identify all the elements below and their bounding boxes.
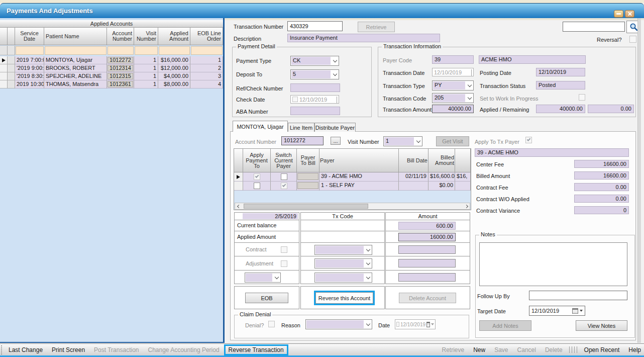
apply-to-tx-payer-checkbox[interactable] [525, 137, 532, 143]
close-button[interactable] [625, 10, 634, 18]
filter-applied-amount[interactable] [159, 46, 190, 55]
target-date-control[interactable]: 12/10/2019 [529, 306, 585, 316]
adjustment-amount-field[interactable] [398, 259, 456, 267]
reverse-this-account-button[interactable]: Reverse this Account [315, 292, 373, 304]
scroll-left-icon[interactable] [235, 203, 242, 209]
ref-check-number-field[interactable] [290, 83, 340, 92]
extra-amount-field[interactable] [398, 273, 456, 282]
filter-eob-line-order[interactable] [191, 46, 223, 55]
add-notes-button[interactable]: Add Notes [479, 320, 531, 331]
get-visit-button[interactable]: Get Visit [436, 136, 469, 146]
denial-checkbox[interactable] [268, 321, 275, 327]
description-field[interactable]: Insurance Payment [287, 34, 440, 42]
reversal-checkbox[interactable] [629, 36, 636, 43]
view-notes-button[interactable]: View Notes [576, 320, 627, 331]
extra-txcode-select[interactable] [314, 273, 372, 283]
transaction-status-field: Posted [536, 81, 585, 90]
table-row[interactable]: '2019 9:00:0 BROOKS, ROBERT 1012314 1 $1… [0, 64, 223, 72]
col-service-date: Service Date [15, 28, 44, 45]
contract-txcode-select[interactable] [314, 245, 372, 255]
denial-date-checkbox[interactable] [396, 322, 399, 327]
help-button[interactable]: Help [624, 345, 644, 354]
cell-patient: SPEJCHER, ADELINE [44, 72, 107, 80]
last-change-button[interactable]: Last Change [4, 345, 47, 354]
payer-code-label: Payer Code [383, 57, 412, 64]
aba-number-field[interactable] [290, 107, 340, 115]
scrollbar-thumb[interactable] [244, 204, 368, 209]
transaction-number-input[interactable] [287, 21, 343, 31]
cell-service-date: 2019 10:30:( [15, 80, 44, 88]
chevron-down-icon [366, 247, 370, 251]
payer-grid-hscrollbar[interactable] [235, 203, 470, 210]
contract-amount-field[interactable] [398, 245, 456, 254]
deposit-to-select[interactable]: 5 [290, 69, 339, 79]
tab-patient[interactable]: MONTOYA, Ujagar [233, 121, 288, 132]
payer-row[interactable]: 39 - ACME HMO 02/11/19 $16,600.00 $16, [234, 172, 471, 182]
cell-patient: MONTOYA, Ujagar [44, 56, 107, 64]
retrieve-button[interactable]: Retrieve [437, 345, 469, 354]
work-in-progress-checkbox[interactable] [579, 94, 585, 101]
check-date-control[interactable]: 12/10/2019 [290, 95, 339, 104]
calendar-icon [572, 308, 578, 314]
check-date-checkbox[interactable] [292, 97, 298, 102]
payment-type-select[interactable]: CK [290, 56, 339, 66]
cell-amount: $16,000.00 [158, 56, 190, 64]
open-recent-button[interactable]: Open Recent [580, 345, 624, 354]
extra-row-select[interactable] [245, 273, 281, 283]
post-transaction-button[interactable]: Post Transaction [89, 345, 143, 354]
reverse-transaction-button[interactable]: Reverse Transaction [224, 344, 288, 355]
save-button[interactable]: Save [490, 345, 512, 354]
table-row[interactable]: 2019 7:00:0( MONTOYA, Ujagar 1012272 1 $… [0, 56, 223, 64]
scroll-right-icon[interactable] [463, 203, 470, 209]
cell-account: 1012272 [108, 57, 133, 63]
payer-to-bill-cell[interactable] [297, 173, 318, 180]
denial-reason-select[interactable] [305, 319, 372, 329]
filter-service-date[interactable] [16, 46, 44, 55]
cell-visit: 1 [134, 56, 158, 64]
tab-distribute-payer[interactable]: Distribute Payer [314, 123, 356, 132]
cell-service-date: 2019 7:00:0( [15, 56, 44, 64]
apply-payment-checkbox[interactable] [254, 183, 260, 189]
payer-row[interactable]: 1 - SELF PAY $0.00 [234, 182, 471, 191]
change-accounting-period-button[interactable]: Change Accounting Period [143, 345, 224, 354]
adjustment-txcode-select[interactable] [314, 258, 372, 269]
table-row[interactable]: 2019 10:30:( THOMAS, Matsendra 1012361 1… [0, 80, 223, 88]
notes-textarea[interactable] [479, 242, 627, 286]
denial-date-control[interactable]: 12/10/2019 [395, 319, 436, 329]
minimize-button[interactable] [614, 10, 623, 18]
delete-account-button[interactable]: Delete Account [399, 293, 456, 303]
payer-summary-header: 39 - ACME HMO [475, 148, 629, 157]
switch-payer-checkbox[interactable] [281, 173, 287, 180]
follow-up-by-input[interactable] [529, 291, 627, 300]
transaction-amount-field[interactable]: 40000.00 [432, 105, 474, 113]
retrieve-transaction-button[interactable]: Retrieve [358, 22, 395, 32]
adjustment-checkbox[interactable] [281, 260, 287, 267]
transaction-code-select[interactable]: 205 [432, 93, 474, 103]
transaction-type-select[interactable]: PY [432, 80, 474, 91]
print-screen-button[interactable]: Print Screen [47, 345, 89, 354]
eob-button[interactable]: EOB [245, 293, 288, 303]
filter-visit-number[interactable] [135, 46, 158, 55]
contract-checkbox[interactable] [281, 246, 287, 253]
cancel-button[interactable]: Cancel [513, 345, 541, 354]
cell-account: 1012314 [108, 65, 133, 71]
cell-patient: BROOKS, ROBERT [44, 64, 107, 72]
filter-account-number[interactable] [108, 46, 134, 55]
delete-button[interactable]: Delete [541, 345, 567, 354]
tab-line-item[interactable]: Line Item [288, 123, 314, 132]
table-row[interactable]: '2019 8:30:0 SPEJCHER, ADELINE 1012315 1… [0, 72, 223, 80]
account-number-field[interactable]: 1012272 [281, 136, 324, 145]
new-button[interactable]: New [469, 345, 490, 354]
applied-amount-field[interactable]: 16000.00 [398, 233, 456, 241]
visit-number-select[interactable]: 1 [383, 136, 422, 146]
switch-payer-checkbox[interactable] [281, 183, 287, 189]
apply-payment-checkbox[interactable] [254, 173, 260, 180]
reason-label: Reason [281, 322, 300, 329]
payer-to-bill-cell[interactable] [297, 182, 318, 189]
search-input[interactable] [563, 22, 625, 32]
account-lookup-button[interactable]: ... [331, 137, 341, 145]
payer-name-field: ACME HMO [479, 55, 586, 64]
filter-patient-name[interactable] [45, 46, 106, 55]
transaction-date-control[interactable]: 12/10/2019 [432, 68, 474, 76]
denial-date-value: 12/10/2019 [400, 322, 425, 327]
